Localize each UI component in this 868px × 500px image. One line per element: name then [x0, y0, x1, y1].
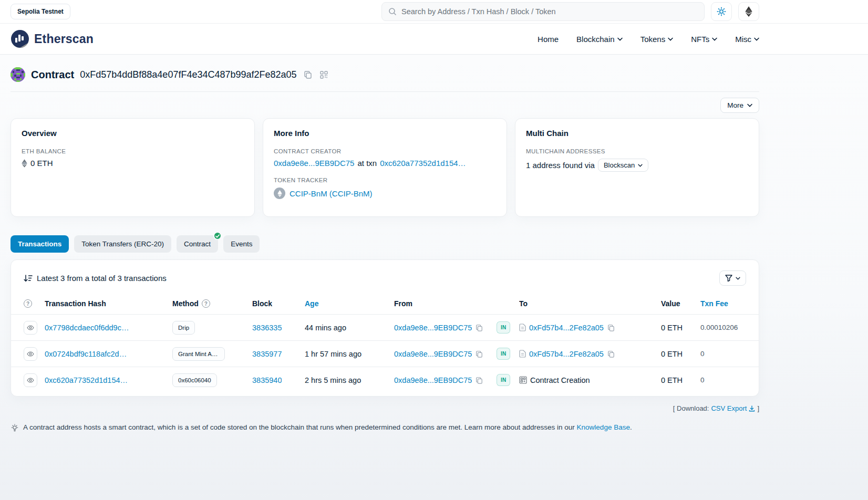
- table-row: 0x7798dcdaec0f6dd9c… Drip 3836335 44 min…: [11, 314, 759, 340]
- document-icon: [519, 350, 526, 358]
- eye-icon: [27, 325, 34, 330]
- filter-button[interactable]: [719, 270, 746, 286]
- contract-creation-icon: [519, 376, 527, 384]
- csv-export-link[interactable]: CSV Export: [711, 404, 755, 412]
- tab-events[interactable]: Events: [223, 235, 260, 253]
- chevron-down-icon: [712, 37, 717, 41]
- copy-icon: [476, 377, 483, 384]
- page-title: Contract: [31, 69, 74, 81]
- theme-toggle-button[interactable]: [711, 2, 732, 21]
- chevron-down-icon: [638, 164, 643, 167]
- table-summary-text: Latest 3 from a total of 3 transactions: [37, 274, 167, 283]
- sort-icon: [24, 274, 33, 282]
- search-input[interactable]: [401, 7, 698, 16]
- copy-icon: [476, 350, 483, 358]
- download-row: [ Download: CSV Export ]: [11, 404, 759, 412]
- brand-name: Etherscan: [34, 32, 94, 46]
- help-icon[interactable]: ?: [24, 299, 32, 308]
- age-text: 44 mins ago: [305, 324, 394, 332]
- from-address-link[interactable]: 0xda9e8e...9EB9DC75: [394, 350, 472, 358]
- download-suffix: ]: [757, 404, 759, 412]
- search-bar[interactable]: [381, 2, 705, 21]
- from-address-link[interactable]: 0xda9e8e...9EB9DC75: [394, 324, 472, 332]
- block-link[interactable]: 3835940: [252, 376, 282, 384]
- qr-code-icon: [320, 71, 328, 79]
- tab-transactions[interactable]: Transactions: [11, 235, 69, 253]
- txn-hash-link[interactable]: 0x0724bdf9c118afc2d…: [45, 350, 127, 358]
- nav-label: Blockchain: [576, 35, 615, 44]
- help-icon[interactable]: ?: [202, 299, 210, 308]
- tab-contract[interactable]: Contract: [177, 235, 218, 253]
- nav-item-misc[interactable]: Misc: [735, 35, 759, 44]
- to-address-link[interactable]: 0xFd57b4...2Fe82a05: [529, 324, 604, 332]
- etherscan-logo-icon: [11, 29, 29, 48]
- eth-diamond-icon: [22, 159, 27, 168]
- block-link[interactable]: 3836335: [252, 324, 282, 332]
- tab-label: Events: [231, 240, 252, 248]
- col-age[interactable]: Age: [305, 299, 394, 308]
- knowledge-base-link[interactable]: Knowledge Base: [577, 423, 630, 431]
- chevron-down-icon: [736, 277, 740, 280]
- txn-fee-text: 0: [700, 376, 746, 384]
- tab-bar: Transactions Token Transfers (ERC-20) Co…: [11, 235, 759, 253]
- chevron-down-icon: [617, 37, 623, 41]
- chevron-down-icon: [668, 37, 673, 41]
- qr-code-button[interactable]: [319, 70, 329, 80]
- token-tracker-label: TOKEN TRACKER: [274, 177, 496, 183]
- table-header-row: ? Transaction Hash Method? Block Age Fro…: [11, 293, 759, 314]
- note-text: A contract address hosts a smart contrac…: [23, 423, 575, 431]
- creator-address-link[interactable]: 0xda9e8e...9EB9DC75: [274, 159, 354, 168]
- to-address-link[interactable]: Contract Creation: [530, 376, 590, 384]
- eth-balance-label: ETH BALANCE: [22, 148, 244, 154]
- age-text: 1 hr 57 mins ago: [305, 350, 394, 358]
- copy-from-button[interactable]: [475, 376, 483, 384]
- col-txn-fee[interactable]: Txn Fee: [700, 299, 746, 308]
- table-row: 0xc620a77352d1d154… 0x60c06040 3835940 2…: [11, 367, 759, 393]
- nav-item-home[interactable]: Home: [538, 35, 559, 44]
- preview-eye-button[interactable]: [24, 373, 37, 387]
- from-address-link[interactable]: 0xda9e8e...9EB9DC75: [394, 376, 472, 384]
- col-value: Value: [661, 299, 700, 308]
- txn-hash-link[interactable]: 0xc620a77352d1d154…: [45, 376, 128, 384]
- copy-from-button[interactable]: [475, 324, 483, 332]
- download-icon: [749, 405, 755, 412]
- block-link[interactable]: 3835977: [252, 350, 282, 358]
- nav-item-blockchain[interactable]: Blockchain: [576, 35, 623, 44]
- preview-eye-button[interactable]: [24, 321, 37, 335]
- eye-icon: [27, 351, 34, 357]
- col-to: To: [519, 299, 661, 308]
- token-tracker-link[interactable]: CCIP-BnM (CCIP-BnM): [290, 189, 373, 198]
- multi-chain-card: Multi Chain MULTICHAIN ADDRESSES 1 addre…: [515, 118, 759, 217]
- direction-badge: IN: [497, 321, 510, 334]
- to-address-link[interactable]: 0xFd57b4...2Fe82a05: [529, 350, 604, 358]
- transactions-panel: Latest 3 from a total of 3 transactions …: [11, 259, 759, 397]
- multichain-found-text: 1 address found via: [526, 161, 595, 170]
- creator-txn-link[interactable]: 0xc620a77352d1d154…: [380, 159, 466, 168]
- copy-to-button[interactable]: [607, 350, 615, 358]
- main-content: Contract 0xFd57b4ddBf88a4e07fF4e34C487b9…: [0, 55, 868, 500]
- preview-eye-button[interactable]: [24, 347, 37, 361]
- nav-item-nfts[interactable]: NFTs: [691, 35, 717, 44]
- blockscan-dropdown[interactable]: Blockscan: [598, 159, 648, 172]
- etherscan-logo[interactable]: Etherscan: [11, 29, 94, 48]
- tab-label: Contract: [184, 240, 211, 248]
- more-info-card-title: More Info: [274, 129, 496, 138]
- network-menu-button[interactable]: [738, 2, 759, 21]
- txn-hash-link[interactable]: 0x7798dcdaec0f6dd9c…: [45, 324, 129, 332]
- csv-export-label: CSV Export: [711, 404, 747, 412]
- copy-address-button[interactable]: [303, 69, 313, 80]
- more-button[interactable]: More: [720, 98, 759, 113]
- method-badge: Grant Mint An…: [172, 347, 225, 361]
- col-from: From: [394, 299, 497, 308]
- txn-fee-text: 0: [700, 350, 746, 358]
- network-badge-button[interactable]: Sepolia Testnet: [11, 4, 70, 19]
- value-text: 0 ETH: [661, 376, 700, 384]
- tx-table-body: 0x7798dcdaec0f6dd9c… Drip 3836335 44 min…: [11, 314, 759, 393]
- direction-badge: IN: [497, 348, 510, 360]
- method-badge: 0x60c06040: [172, 373, 217, 387]
- tab-token-transfers[interactable]: Token Transfers (ERC-20): [74, 235, 171, 253]
- main-nav: Home Blockchain Tokens NFTs Misc: [538, 35, 759, 44]
- copy-from-button[interactable]: [475, 350, 483, 358]
- nav-item-tokens[interactable]: Tokens: [640, 35, 674, 44]
- copy-to-button[interactable]: [607, 324, 615, 332]
